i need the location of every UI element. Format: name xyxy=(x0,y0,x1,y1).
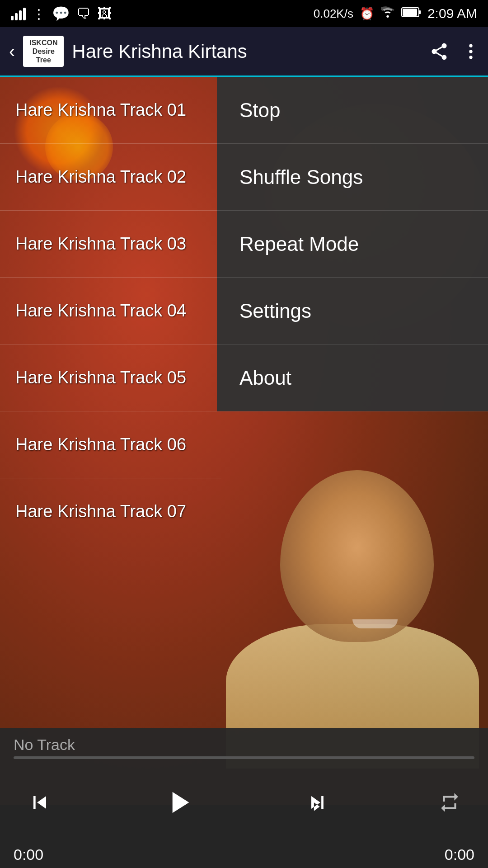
dropdown-menu: Stop Shuffle Songs Repeat Mode Settings … xyxy=(217,77,488,411)
wifi-icon xyxy=(380,6,395,21)
menu-item-about[interactable]: About xyxy=(217,344,488,411)
next-button[interactable] xyxy=(305,790,330,815)
svg-point-5 xyxy=(469,50,472,53)
svg-point-6 xyxy=(469,56,472,59)
app-bar-actions xyxy=(429,42,479,61)
track-item[interactable]: Hare Krishna Track 02 xyxy=(0,144,221,211)
alarm-icon: ⏰ xyxy=(360,7,374,21)
network-speed: 0.02K/s xyxy=(314,7,353,21)
share-button[interactable] xyxy=(429,42,449,61)
time-display: 2:09 AM xyxy=(427,6,477,21)
track-item[interactable]: Hare Krishna Track 05 xyxy=(0,344,221,411)
progress-bar[interactable] xyxy=(14,756,474,759)
menu-item-shuffle[interactable]: Shuffle Songs xyxy=(217,144,488,211)
message-icon: 🗨 xyxy=(76,5,91,22)
time-start: 0:00 xyxy=(14,846,43,863)
menu-item-stop[interactable]: Stop xyxy=(217,77,488,144)
now-playing-label: No Track xyxy=(0,728,488,756)
track-item[interactable]: Hare Krishna Track 06 xyxy=(0,411,221,478)
player-controls xyxy=(0,759,488,846)
track-item[interactable]: Hare Krishna Track 01 xyxy=(0,77,221,144)
whatsapp-icon: 💬 xyxy=(52,5,70,22)
player-time: 0:00 0:00 xyxy=(0,846,488,868)
status-right: 0.02K/s ⏰ 2:09 AM xyxy=(314,6,477,21)
bottom-player: No Track 0:00 0:00 xyxy=(0,728,488,868)
battery-icon xyxy=(401,6,421,21)
svg-point-0 xyxy=(386,15,389,17)
menu-item-settings[interactable]: Settings xyxy=(217,278,488,344)
svg-point-4 xyxy=(469,44,472,47)
track-item[interactable]: Hare Krishna Track 03 xyxy=(0,211,221,278)
track-item[interactable]: Hare Krishna Track 07 xyxy=(0,478,221,545)
overflow-menu-button[interactable] xyxy=(463,42,479,61)
status-left: ⋮ 💬 🗨 🖼 xyxy=(11,5,112,22)
play-button[interactable] xyxy=(160,784,197,821)
svg-rect-2 xyxy=(419,10,421,14)
track-list: Hare Krishna Track 01 Hare Krishna Track… xyxy=(0,77,221,545)
app-title: Hare Krishna Kirtans xyxy=(72,41,421,62)
back-icon[interactable]: ‹ xyxy=(9,41,15,61)
track-item[interactable]: Hare Krishna Track 04 xyxy=(0,278,221,344)
signal-icon xyxy=(11,7,26,20)
repeat-button[interactable] xyxy=(438,791,461,814)
status-bar: ⋮ 💬 🗨 🖼 0.02K/s ⏰ 2:09 AM xyxy=(0,0,488,27)
menu-item-repeat[interactable]: Repeat Mode xyxy=(217,211,488,278)
svg-rect-3 xyxy=(403,9,417,16)
app-bar: ‹ ISKCON Desire Tree Hare Krishna Kirtan… xyxy=(0,27,488,77)
dots-icon: ⋮ xyxy=(32,6,46,22)
app-logo: ISKCON Desire Tree xyxy=(23,36,64,67)
image-icon: 🖼 xyxy=(97,5,112,22)
time-end: 0:00 xyxy=(445,846,474,863)
previous-button[interactable] xyxy=(27,790,52,815)
